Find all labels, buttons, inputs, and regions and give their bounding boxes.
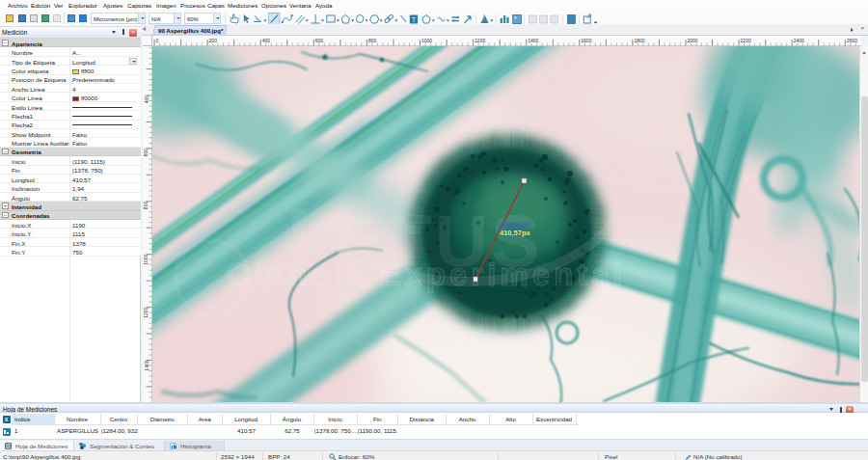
svg-text:800: 800 (368, 38, 377, 43)
svg-text:400: 400 (144, 95, 149, 104)
svg-text:1400: 1400 (144, 360, 149, 370)
svg-text:1000: 1000 (144, 254, 149, 264)
svg-text:200: 200 (209, 38, 218, 43)
svg-text:Ciencia Experimental: Ciencia Experimental (227, 257, 626, 292)
svg-text:1000: 1000 (421, 38, 432, 43)
svg-text:800: 800 (144, 202, 149, 210)
svg-text:2600: 2600 (847, 38, 857, 43)
svg-text:2200: 2200 (741, 38, 751, 43)
svg-text:1600: 1600 (581, 38, 591, 43)
svg-text:T: T (412, 15, 416, 22)
svg-text:600: 600 (315, 38, 324, 43)
svg-text:2000: 2000 (688, 38, 698, 43)
svg-text:600: 600 (144, 149, 149, 157)
svg-text:400: 400 (262, 38, 271, 43)
svg-text:0: 0 (156, 38, 159, 43)
svg-text:1200: 1200 (144, 307, 149, 317)
svg-text:410,57px: 410,57px (500, 229, 531, 237)
svg-text:1200: 1200 (475, 38, 485, 43)
svg-text:1800: 1800 (634, 38, 644, 43)
svg-text:2400: 2400 (794, 38, 804, 43)
svg-text:1400: 1400 (528, 38, 538, 43)
